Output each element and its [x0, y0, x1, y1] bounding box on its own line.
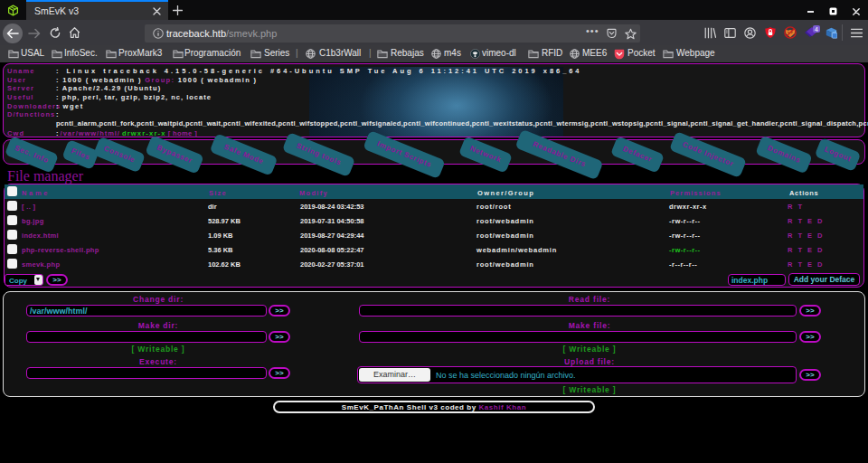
- svg-text:4: 4: [815, 26, 818, 33]
